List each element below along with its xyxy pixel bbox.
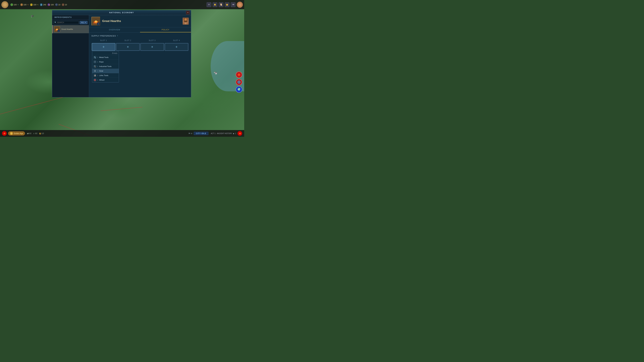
act-badge: ACT 1 ANCIENT HISTORY ◆ 1 (211, 133, 236, 134)
dropdown-empty-label: Empty (112, 52, 118, 54)
dropdown-wheel-label: Wheel (99, 79, 104, 81)
player-avatar[interactable] (1, 1, 8, 8)
slot-3-plus-icon: + (151, 45, 153, 49)
dropdown-item-metal-tools[interactable]: 🔧 1 Metal Tools (92, 55, 119, 60)
bottom-right: 🗺 ⚙ CITY IDLE ACT 1 ANCIENT HISTORY ◆ 1 … (188, 131, 242, 136)
gold-icon: 💰 (30, 3, 33, 6)
metal-tools-icon: 🔧 (94, 56, 96, 59)
dropdown-item-lithic-tools[interactable]: 🪨 1 Lithic Tools (92, 73, 119, 78)
gear-icon: ⚙ (94, 69, 96, 72)
improvement-name-great-hearths: Great Hearths (62, 28, 73, 30)
svg-point-11 (184, 18, 187, 21)
slots-container: + + + + (92, 43, 189, 51)
slot-2-plus-icon: + (127, 45, 129, 49)
tab-overview[interactable]: OVERVIEW (89, 27, 140, 32)
entity-thumb: 1 (92, 17, 100, 25)
dialog-title-bar: NATIONAL ECONOMY ✕ (52, 10, 191, 15)
dropdown-gear-count: 1 (97, 70, 98, 72)
slot-btn-2[interactable]: + (116, 43, 140, 51)
dropdown-rope-label: Rope (99, 61, 104, 63)
city-idle-badge: CITY IDLE (194, 132, 208, 135)
entity-thumb-count: 1 (97, 22, 100, 25)
improvement-item-great-hearths[interactable]: 1 Great Hearths (52, 25, 89, 33)
tabs-row: OVERVIEW POLICY (89, 27, 191, 32)
hud-avatar-right[interactable] (237, 2, 243, 8)
hud-btn-4[interactable]: 👑 (225, 2, 230, 7)
bottom-icon-1[interactable]: 🗺 (188, 133, 190, 134)
food-icon: 🌿 (10, 3, 13, 6)
dropdown-item-rope[interactable]: 〰 1 Rope (92, 60, 119, 64)
dialog-close-button[interactable]: ✕ (186, 11, 190, 14)
prod-icon: ⚙ (20, 3, 23, 6)
search-wrapper: 🔍 (54, 21, 79, 24)
bottom-icons: 🗺 ⚙ (188, 133, 192, 134)
cul-icon: 🎭 (48, 3, 50, 6)
extra-icon2: ⚔ (62, 3, 64, 6)
lithic-tools-icon: 🪨 (94, 74, 96, 77)
hud-btn-3[interactable]: 📜 (219, 2, 224, 7)
gold-rate: +1 (37, 4, 38, 5)
slot-btn-1[interactable]: + (92, 43, 116, 51)
slot-4-plus-icon: + (176, 45, 178, 49)
dropdown-lithic-count: 1 (97, 75, 98, 76)
slot-btn-4[interactable]: + (165, 43, 188, 51)
golden-age-badge: ★ Golden Age (8, 131, 25, 135)
slot-btn-3[interactable]: + (140, 43, 164, 51)
extra-value2: 10 (65, 4, 67, 6)
search-row: 🔍 ALL ▼ (52, 20, 89, 25)
bottom-icon-2[interactable]: ⚙ (191, 133, 192, 134)
extra-value1: 10 (58, 4, 60, 6)
slot-label-4: SLOT 4 (164, 39, 189, 42)
industrial-tools-icon: 🔨 (94, 65, 96, 68)
map-animal: 🐄 (214, 71, 217, 75)
bottom-stat-3: 🔱 1/3 (39, 133, 44, 134)
dropdown-metal-count: 1 (97, 56, 98, 58)
left-panel: IMPROVEMENTS 🔍 ALL ▼ (52, 15, 89, 97)
right-side-buttons: 🍁 🌐 🌍 (236, 71, 242, 93)
right-btn-maple[interactable]: 🍁 (236, 71, 242, 78)
hud-btn-5[interactable]: 🗺 (231, 2, 236, 7)
dropdown-metal-label: Metal Tools (99, 56, 108, 58)
dropdown-item-empty[interactable]: Empty (92, 51, 119, 55)
prod-value: 100 (24, 4, 26, 6)
filter-dropdown-btn[interactable]: ALL ▼ (80, 21, 88, 24)
slots-labels-row: SLOT 1 SLOT 2 SLOT 3 SLOT 4 (92, 39, 189, 42)
map-border-1 (0, 97, 65, 114)
dialog-title: NATIONAL ECONOMY (109, 11, 134, 13)
dropdown-industrial-count: 1 (97, 65, 98, 67)
resource-cul: 🎭 100 (48, 3, 54, 6)
supply-preferences-help[interactable]: ? (117, 35, 118, 37)
map-flag-1: 🏴 (31, 15, 34, 18)
supply-preferences-title: SUPPLY PREFERENCES ? (92, 35, 189, 37)
right-btn-globe[interactable]: 🌐 (236, 79, 242, 85)
slot-1-plus-icon: + (102, 45, 105, 49)
dialog-container: NATIONAL ECONOMY ✕ IMPROVEMENTS 🔍 ALL ▼ (52, 10, 191, 97)
tab-policy[interactable]: POLICY (140, 27, 191, 32)
dropdown-item-gear[interactable]: ⚙ 1 Gear (92, 69, 119, 73)
resource-gold: 💰 100 +1 (30, 3, 38, 6)
right-btn-earth[interactable]: 🌍 (236, 86, 242, 93)
top-hud: 🌿 100 +3 ⚙ 100 +2 💰 100 +1 🔬 240 🎭 100 🛡… (0, 0, 244, 9)
improvement-thumb-great-hearths: 1 (54, 26, 60, 32)
improvement-count-1: 1 (58, 30, 60, 32)
prod-rate: +2 (27, 4, 29, 5)
resource-food: 🌿 100 +3 (10, 3, 19, 6)
dropdown-item-wheel[interactable]: ⭕ 1 Wheel (92, 78, 119, 82)
slot-label-1: SLOT 1 (92, 39, 116, 42)
hud-btn-2[interactable]: 🔔 (213, 2, 217, 7)
gold-value: 100 (33, 4, 36, 6)
resource-extra1: 🛡 10 (55, 3, 60, 6)
top-hud-right: ⚙ 🔔 📜 👑 🗺 (206, 2, 243, 8)
cul-value: 100 (51, 4, 54, 6)
dropdown-item-industrial-tools[interactable]: 🔨 1 Industrial Tools (92, 64, 119, 69)
bottom-stat-2: ⚔ 0/2 (33, 133, 38, 134)
svg-point-8 (95, 20, 97, 22)
right-panel: 1 Great Hearths 0 OVERV (89, 15, 191, 97)
canada-flag-icon: 🍁 (2, 131, 7, 136)
entity-right-num: 0 (185, 23, 186, 24)
hud-btn-1[interactable]: ⚙ (206, 2, 211, 7)
slot-label-2: SLOT 2 (116, 39, 140, 42)
bottom-stat-1: 🏙 0/2 (27, 133, 32, 134)
sci-icon: 🔬 (40, 3, 42, 6)
search-input[interactable] (54, 21, 79, 24)
